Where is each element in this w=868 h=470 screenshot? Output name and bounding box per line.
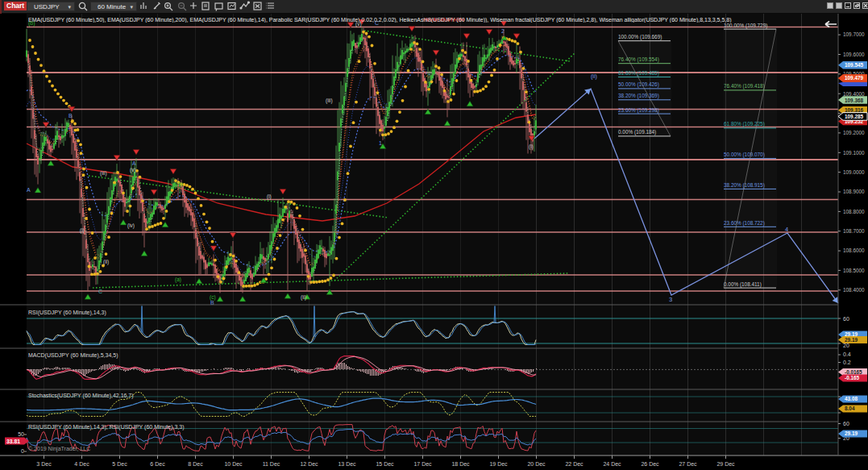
svg-text:23.60% (108.722): 23.60% (108.722) [724, 220, 765, 227]
svg-text:(b): (b) [177, 181, 183, 188]
svg-text:(a): (a) [175, 277, 181, 283]
svg-text:3 Dec: 3 Dec [36, 461, 52, 467]
svg-text:60: 60 [843, 421, 849, 426]
svg-text:50.00% (109.070): 50.00% (109.070) [724, 152, 765, 158]
svg-text:76.40% (109.554): 76.40% (109.554) [618, 56, 659, 63]
svg-text:Stochastics(USDJPY (60 Minute): Stochastics(USDJPY (60 Minute),42,16,7) [28, 393, 134, 399]
svg-text:100.00% (109.669): 100.00% (109.669) [618, 34, 662, 40]
svg-text:0.00% (109.184): 0.00% (109.184) [618, 129, 656, 135]
svg-text:100.00% (109.729): 100.00% (109.729) [724, 23, 767, 29]
svg-text:0.00% (108.411): 0.00% (108.411) [724, 281, 762, 288]
svg-text:20: 20 [843, 343, 849, 348]
svg-text:50: 50 [18, 431, 24, 437]
svg-text:C: C [98, 289, 102, 294]
svg-text:(i): (i) [529, 143, 534, 150]
svg-text:109.479: 109.479 [845, 75, 864, 81]
svg-text:29.19: 29.19 [845, 430, 858, 436]
svg-text:50.00% (109.426): 50.00% (109.426) [618, 81, 659, 88]
svg-text:108.6000: 108.6000 [843, 247, 865, 253]
svg-text:108.9000: 108.9000 [843, 189, 865, 194]
svg-text:-0.0165: -0.0165 [845, 369, 862, 375]
svg-text:13 Dec: 13 Dec [338, 461, 356, 467]
svg-text:43.08: 43.08 [845, 396, 858, 401]
svg-text:0.2: 0.2 [843, 360, 851, 365]
svg-text:61.80% (109.485): 61.80% (109.485) [618, 70, 659, 77]
svg-text:61.80% (109.225): 61.80% (109.225) [724, 121, 765, 127]
svg-text:(iv): (iv) [127, 223, 135, 229]
svg-text:0: 0 [21, 448, 24, 454]
svg-text:MACD(USDJPY (60 Minute),5,34,5: MACD(USDJPY (60 Minute),5,34,5) [28, 352, 118, 359]
svg-text:2: 2 [501, 28, 505, 34]
svg-text:18 Dec: 18 Dec [451, 461, 470, 467]
svg-text:RSI(USDJPY (60 Minute),14,3): RSI(USDJPY (60 Minute),14,3) [28, 310, 106, 316]
svg-text:(iii): (iii) [326, 98, 333, 104]
svg-text:(v): (v) [130, 167, 136, 173]
svg-text:(i): (i) [80, 227, 85, 234]
svg-text:(ii): (ii) [591, 73, 597, 80]
svg-text:-0.165: -0.165 [845, 375, 860, 381]
svg-text:109.2000: 109.2000 [843, 130, 865, 135]
svg-text:29 Dec: 29 Dec [716, 461, 735, 467]
svg-text:17 Dec: 17 Dec [413, 461, 432, 467]
svg-text:108.7000: 108.7000 [843, 228, 865, 234]
svg-text:24 Dec: 24 Dec [603, 461, 621, 467]
svg-text:5 Dec: 5 Dec [112, 461, 127, 467]
svg-text:108.4000: 108.4000 [843, 287, 865, 293]
svg-text:109.285: 109.285 [845, 114, 864, 119]
svg-text:0.4: 0.4 [843, 351, 851, 357]
svg-text:8.04: 8.04 [845, 406, 855, 411]
svg-text:29.19: 29.19 [845, 337, 858, 343]
svg-text:109.6000: 109.6000 [843, 52, 865, 57]
svg-text:108.5000: 108.5000 [843, 268, 865, 273]
svg-text:A: A [27, 187, 31, 193]
svg-text:22 Dec: 22 Dec [565, 461, 584, 467]
svg-text:3: 3 [669, 296, 672, 303]
svg-text:109.545: 109.545 [845, 62, 864, 68]
svg-text:© 2019 NinjaTrader, LLC: © 2019 NinjaTrader, LLC [28, 446, 90, 452]
svg-text:1: 1 [379, 140, 382, 146]
svg-text:6 Dec: 6 Dec [150, 461, 165, 467]
svg-text:4 Dec: 4 Dec [74, 461, 89, 467]
svg-text:19 Dec: 19 Dec [489, 461, 508, 467]
svg-text:109.316: 109.316 [845, 107, 864, 113]
svg-text:109.7000: 109.7000 [843, 31, 865, 37]
svg-text:26 Dec: 26 Dec [641, 461, 659, 467]
svg-text:A: A [132, 160, 136, 166]
svg-text:12 Dec: 12 Dec [300, 461, 318, 467]
svg-text:109.4000: 109.4000 [843, 91, 865, 97]
svg-text:109.0000: 109.0000 [843, 169, 865, 175]
svg-text:20 Dec: 20 Dec [527, 461, 546, 467]
svg-text:27 Dec: 27 Dec [679, 461, 697, 467]
svg-text:(iii): (iii) [100, 170, 107, 177]
svg-text:8 Dec: 8 Dec [188, 461, 203, 467]
svg-text:15 Dec: 15 Dec [376, 461, 394, 467]
svg-text:10 Dec: 10 Dec [224, 461, 243, 467]
svg-text:109.368: 109.368 [845, 98, 864, 103]
svg-text:(i): (i) [267, 193, 272, 200]
svg-text:76.40% (109.418): 76.40% (109.418) [724, 83, 765, 89]
svg-text:(ii): (ii) [301, 294, 306, 301]
svg-text:23.60% (109.298): 23.60% (109.298) [618, 107, 659, 114]
svg-text:109.1000: 109.1000 [843, 150, 865, 156]
svg-text:11 Dec: 11 Dec [263, 461, 280, 467]
svg-text:(ii): (ii) [103, 259, 109, 265]
svg-text:33.81: 33.81 [6, 439, 20, 444]
svg-text:108.8000: 108.8000 [843, 209, 865, 214]
svg-text:B: B [69, 113, 73, 119]
svg-text:60: 60 [843, 316, 849, 322]
svg-text:RSI(USDJPY (60 Minute),14,3);: RSI(USDJPY (60 Minute),14,3); RSI(USDJPY… [28, 424, 184, 430]
svg-text:4: 4 [785, 226, 788, 233]
svg-text:38.20% (109.369): 38.20% (109.369) [618, 93, 659, 99]
